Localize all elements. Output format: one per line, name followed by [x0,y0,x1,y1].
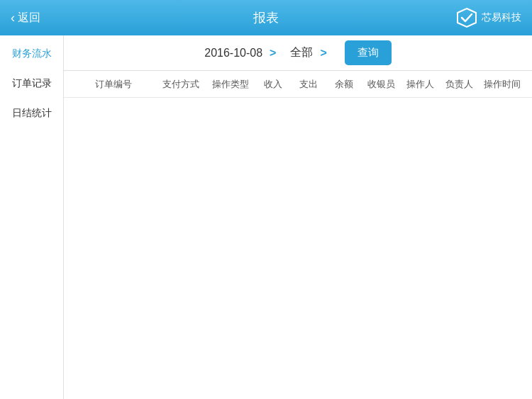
table-header: 订单编号 支付方式 操作类型 收入 支出 余额 收银员 操作人 负责人 操作时间 [64,71,532,98]
col-income-header: 收入 [255,78,291,91]
header: ‹ 返回 报表 芯易科技 [0,0,532,35]
logo-text: 芯易科技 [482,11,521,24]
logo: 芯易科技 [456,7,521,28]
logo-icon [456,7,477,28]
table-body [64,98,532,399]
back-button[interactable]: ‹ 返回 [11,11,40,26]
sidebar: 财务流水 订单记录 日结统计 [0,35,64,399]
sidebar-item-order-records[interactable]: 订单记录 [0,69,63,99]
date-next-icon[interactable]: > [270,47,276,60]
col-time-header: 操作时间 [479,78,525,91]
content-area: 2016-10-08 > 全部 > 查询 订单编号 支付方式 操作类型 收入 支… [64,35,532,399]
col-pay-header: 支付方式 [156,78,206,91]
filter-bar: 2016-10-08 > 全部 > 查询 [64,35,532,71]
filter-category[interactable]: 全部 [290,45,313,60]
col-manager-header: 负责人 [440,78,479,91]
main-layout: 财务流水 订单记录 日结统计 2016-10-08 > 全部 > 查询 订单编号… [0,35,532,399]
sidebar-item-finance-flow[interactable]: 财务流水 [0,39,63,69]
col-order-header: 订单编号 [71,78,156,91]
col-balance-header: 余额 [326,78,362,91]
col-expense-header: 支出 [291,78,326,91]
filter-date[interactable]: 2016-10-08 [204,47,262,60]
page-title: 报表 [253,9,279,26]
back-label: 返回 [18,11,40,26]
category-expand-icon[interactable]: > [320,47,326,60]
col-cashier-header: 收银员 [362,78,401,91]
col-type-header: 操作类型 [206,78,255,91]
svg-marker-0 [458,9,476,27]
back-arrow-icon: ‹ [11,11,15,26]
query-button[interactable]: 查询 [345,40,392,65]
sidebar-item-daily-stats[interactable]: 日结统计 [0,99,63,128]
col-operator-header: 操作人 [401,78,440,91]
